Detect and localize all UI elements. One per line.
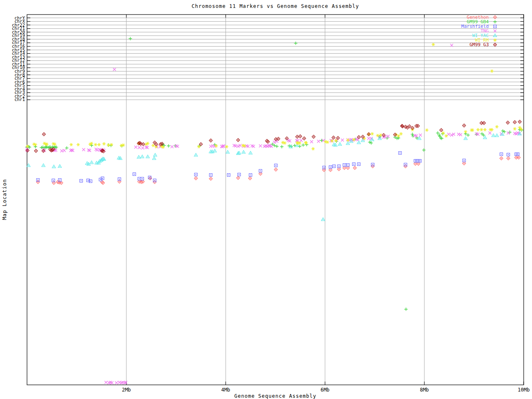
- data-point-dot: [517, 154, 518, 155]
- data-point-cross: [459, 133, 462, 136]
- data-point-dot: [351, 141, 352, 142]
- data-point-plus: [436, 131, 439, 135]
- data-point-triangle: [58, 165, 62, 167]
- data-point-triangle: [137, 155, 140, 158]
- data-point-dot: [103, 151, 104, 152]
- data-point-dot: [119, 179, 120, 180]
- data-point-dot: [495, 17, 495, 18]
- data-point-dot: [347, 167, 348, 168]
- data-point-asterisk: [371, 132, 374, 135]
- data-point-dot: [195, 174, 196, 175]
- data-point-dot: [214, 151, 215, 152]
- data-point-triangle: [493, 34, 497, 37]
- data-point-dot: [268, 141, 268, 142]
- data-point-dot: [399, 153, 400, 153]
- x-tick-label: 10Mb: [507, 387, 532, 393]
- data-point-dot: [154, 158, 155, 159]
- data-point-triangle: [42, 164, 45, 167]
- data-point-cross: [141, 147, 144, 150]
- data-point-asterisk: [425, 128, 429, 131]
- data-point-dot: [300, 136, 300, 137]
- data-point-dot: [88, 180, 89, 181]
- data-point-cross: [145, 146, 148, 149]
- x-tick-label: 4Mb: [209, 387, 242, 393]
- data-point-asterisk: [399, 132, 403, 135]
- data-point-cross: [113, 68, 116, 71]
- data-point-dot: [260, 170, 261, 171]
- data-point-dot: [90, 181, 91, 182]
- data-point-dot: [260, 173, 261, 174]
- data-point-dot: [210, 178, 211, 179]
- data-point-cross: [488, 132, 491, 135]
- data-point-cross: [88, 149, 91, 152]
- data-point-dot: [516, 157, 517, 158]
- legend-marker-icon: [491, 15, 499, 20]
- data-point-cross: [124, 381, 127, 384]
- data-point-dot: [441, 130, 442, 131]
- data-point-dot: [508, 154, 509, 155]
- data-point-dot: [276, 169, 276, 170]
- data-point-dot: [347, 165, 348, 165]
- data-point-dot: [362, 136, 363, 137]
- data-point-dot: [239, 174, 239, 175]
- data-point-cross: [494, 30, 497, 32]
- data-point-dot: [415, 163, 416, 164]
- data-point-dot: [27, 150, 28, 151]
- data-point-dot: [291, 147, 291, 148]
- data-point-dot: [495, 26, 495, 27]
- data-point-dot: [493, 135, 494, 136]
- data-point-plus: [404, 308, 408, 311]
- data-point-dot: [87, 163, 88, 164]
- data-point-triangle: [242, 150, 245, 153]
- data-point-dot: [119, 181, 120, 182]
- data-point-triangle: [90, 161, 93, 164]
- data-point-triangle: [338, 143, 342, 145]
- data-point-asterisk: [445, 134, 448, 137]
- data-point-dot: [405, 126, 406, 127]
- data-point-dot: [483, 123, 484, 123]
- data-point-cross: [138, 146, 141, 149]
- legend-row: Marshfield: [461, 24, 499, 29]
- data-point-dot: [43, 150, 44, 151]
- data-point-dot: [54, 167, 54, 167]
- data-point-cross: [87, 149, 90, 152]
- data-point-dot: [297, 145, 298, 146]
- data-point-triangle: [357, 141, 360, 144]
- data-point-plus: [129, 37, 132, 40]
- data-point-cross: [105, 381, 108, 384]
- data-point-dot: [419, 138, 420, 139]
- data-point-dot: [383, 135, 384, 135]
- data-point-dot: [347, 143, 348, 144]
- data-point-plus: [422, 148, 426, 152]
- data-point-asterisk: [480, 128, 483, 131]
- data-point-dot: [142, 181, 143, 182]
- data-point-dot: [286, 138, 287, 139]
- data-point-triangle: [153, 153, 157, 156]
- data-point-cross: [146, 146, 149, 149]
- data-point-asterisk: [471, 128, 474, 131]
- legend-marker-icon: [491, 38, 499, 42]
- data-point-dot: [210, 140, 211, 141]
- data-point-dot: [155, 155, 155, 156]
- data-point-triangle: [464, 137, 467, 140]
- data-point-dot: [134, 174, 135, 175]
- data-point-dot: [344, 167, 345, 168]
- legend-label: GM99 G3: [470, 42, 489, 47]
- data-point-cross: [71, 149, 74, 152]
- data-point-dot: [465, 138, 466, 139]
- data-point-dot: [495, 44, 495, 45]
- data-point-dot: [238, 140, 239, 140]
- data-point-dot: [143, 144, 144, 145]
- x-tick-label: 6Mb: [308, 387, 342, 393]
- data-point-dot: [334, 166, 335, 167]
- data-point-dot: [362, 140, 363, 141]
- data-point-dot: [355, 167, 355, 168]
- data-point-dot: [394, 134, 395, 135]
- data-point-cross: [341, 139, 344, 142]
- data-point-dot: [496, 135, 497, 136]
- data-point-cross: [70, 149, 73, 152]
- data-point-plus: [280, 145, 283, 148]
- data-point-asterisk: [152, 144, 155, 147]
- data-point-dot: [338, 166, 339, 167]
- data-point-asterisk: [311, 147, 315, 150]
